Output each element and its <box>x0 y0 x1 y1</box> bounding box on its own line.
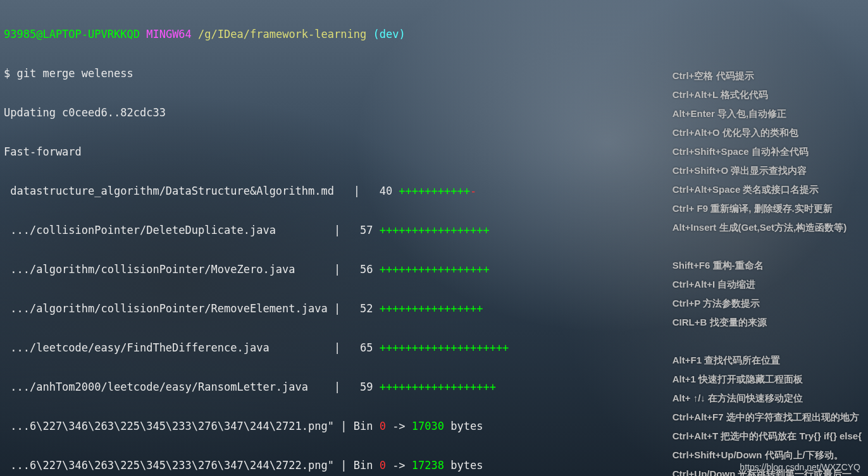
shortcut-item: Ctrl+空格 代码提示 <box>673 66 862 85</box>
shortcut-item: Shift+F6 重构-重命名 <box>673 256 862 275</box>
shortcut-item: Ctrl+Shift+Space 自动补全代码 <box>673 142 862 161</box>
shortcut-item: Alt+Enter 导入包,自动修正 <box>673 104 862 123</box>
shortcut-item: Alt+1 快速打开或隐藏工程面板 <box>673 370 862 389</box>
shortcut-item: Ctrl+Alt+O 优化导入的类和包 <box>673 123 862 142</box>
shortcut-item: Ctrl+P 方法参数提示 <box>673 294 862 313</box>
shortcut-item: Ctrl+ F9 重新编译, 删除缓存.实时更新 <box>673 199 862 218</box>
shortcuts-overlay: Ctrl+空格 代码提示 Ctrl+Alt+L 格式化代码 Alt+Enter … <box>673 66 862 476</box>
prompt-user: 93985@LAPTOP-UPVRKKQD <box>4 28 140 40</box>
watermark-text: https://blog.csdn.net/WXZCYQ <box>740 462 860 472</box>
shortcut-item: Alt+Insert 生成(Get,Set方法,构造函数等) <box>673 218 862 237</box>
shortcut-item: Alt+ ↑/↓ 在方法间快速移动定位 <box>673 389 862 408</box>
shortcut-item: Ctrl+Shift+O 弹出显示查找内容 <box>673 161 862 180</box>
shortcut-item: Ctrl+Alt+F7 选中的字符查找工程出现的地方 <box>673 408 862 427</box>
shortcut-item: Ctrl+Alt+T 把选中的代码放在 Try{} if{} else{ <box>673 427 862 446</box>
shortcut-item: Ctrl+Alt+Space 类名或接口名提示 <box>673 180 862 199</box>
shortcut-item: CIRL+B 找变量的来源 <box>673 313 862 332</box>
prompt-path: /g/IDea/framework-learning <box>198 28 366 40</box>
shortcut-item: Ctrl+Alt+L 格式化代码 <box>673 85 862 104</box>
prompt-branch: (dev) <box>373 28 405 40</box>
shortcut-item: Ctrl+Alt+I 自动缩进 <box>673 275 862 294</box>
prompt-line: 93985@LAPTOP-UPVRKKQD MINGW64 /g/IDea/fr… <box>4 25 868 44</box>
shortcut-item: Alt+F1 查找代码所在位置 <box>673 351 862 370</box>
prompt-env: MINGW64 <box>146 28 192 40</box>
